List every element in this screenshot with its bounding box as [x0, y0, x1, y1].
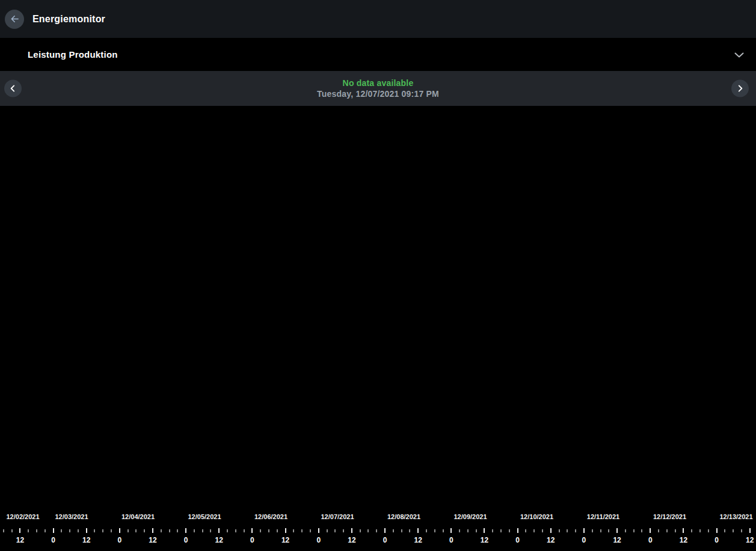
ruler-tick [426, 529, 427, 532]
ruler-tick [169, 529, 170, 532]
date-axis: 12/02/202112/03/202112/04/202112/05/2021… [0, 508, 756, 524]
ruler-tick [592, 529, 593, 532]
hour-label: 0 [648, 536, 653, 544]
ruler-tick [633, 529, 635, 532]
date-label: 12/12/2021 [653, 513, 686, 520]
ruler-tick [360, 529, 361, 532]
ruler-tick [135, 529, 137, 532]
ruler-tick [210, 529, 211, 532]
ruler-tick [484, 528, 485, 533]
ruler-tick [86, 528, 87, 533]
next-period-button[interactable] [731, 80, 749, 97]
ruler-tick [625, 529, 626, 532]
ruler-tick [641, 529, 642, 532]
date-label: 12/02/2021 [6, 513, 39, 520]
panel-title: Leistung Produktion [28, 49, 118, 60]
date-label: 12/10/2021 [520, 513, 553, 520]
hour-label: 12 [746, 536, 754, 544]
ruler-tick [351, 528, 352, 533]
ruler-tick [327, 529, 328, 532]
status-message: No data available [343, 78, 414, 88]
ruler-tick [559, 529, 560, 532]
ruler-tick [616, 528, 618, 533]
date-label: 12/05/2021 [188, 513, 221, 520]
date-label: 12/09/2021 [453, 513, 487, 520]
ruler-tick [509, 529, 510, 532]
ruler-tick [102, 529, 103, 532]
hour-label: 0 [715, 536, 719, 544]
ruler-tick [492, 529, 493, 532]
ruler-tick [658, 529, 659, 532]
ruler-tick [434, 529, 435, 532]
ruler-tick [251, 528, 253, 533]
hour-label: 0 [383, 536, 387, 544]
ruler-tick [45, 529, 46, 532]
ruler-tick [301, 529, 303, 532]
hour-label: 0 [250, 536, 254, 544]
period-navigation: No data available Tuesday, 12/07/2021 09… [0, 71, 756, 106]
ruler-tick [111, 529, 112, 532]
ruler-tick [666, 529, 668, 532]
hour-label: 0 [449, 536, 453, 544]
back-button[interactable] [5, 10, 24, 29]
hour-label: 12 [82, 536, 90, 544]
date-label: 12/13/2021 [719, 513, 752, 520]
ruler-tick [285, 528, 286, 533]
ruler-tick [367, 529, 369, 532]
ruler-tick [459, 529, 460, 532]
date-label: 12/07/2021 [321, 513, 354, 520]
date-label: 12/03/2021 [55, 513, 88, 520]
ruler-tick [542, 529, 543, 532]
ruler-tick [260, 529, 261, 532]
ruler-tick [600, 529, 601, 532]
chevron-down-icon[interactable] [732, 48, 746, 62]
ruler-tick [235, 529, 236, 532]
ruler-tick [699, 529, 701, 532]
time-axis: 12/02/202112/03/202112/04/202112/05/2021… [0, 508, 756, 551]
ruler-tick [194, 529, 195, 532]
status-stack: No data available Tuesday, 12/07/2021 09… [317, 78, 439, 99]
ruler-tick [36, 529, 37, 532]
hour-label: 0 [184, 536, 188, 544]
hour-label: 0 [316, 536, 321, 544]
ruler-tick [650, 528, 651, 533]
ruler-tick [550, 528, 552, 533]
previous-period-button[interactable] [4, 80, 22, 97]
ruler-tick [185, 528, 186, 533]
hour-label: 0 [51, 536, 55, 544]
ruler-tick [119, 528, 120, 533]
time-ruler: 12012012012012012012012012012012012 [0, 524, 756, 551]
ruler-tick [741, 529, 742, 532]
hour-label: 12 [348, 536, 355, 544]
ruler-tick [293, 529, 294, 532]
chart-canvas [0, 106, 756, 508]
ruler-tick [500, 529, 502, 532]
hour-label: 12 [149, 536, 156, 544]
ruler-tick [683, 528, 684, 533]
ruler-tick [409, 529, 410, 532]
ruler-tick [227, 529, 228, 532]
ruler-tick [310, 529, 311, 532]
hour-label: 0 [582, 536, 586, 544]
panel-header-leistung-produktion[interactable]: Leistung Produktion [0, 38, 756, 71]
ruler-tick [334, 529, 336, 532]
ruler-tick [450, 528, 452, 533]
ruler-tick [583, 528, 585, 533]
ruler-tick [343, 529, 344, 532]
hour-label: 0 [515, 536, 520, 544]
ruler-tick [533, 529, 535, 532]
ruler-tick [708, 529, 709, 532]
hour-label: 12 [215, 536, 223, 544]
ruler-tick [53, 528, 54, 533]
arrow-left-icon [9, 13, 20, 25]
ruler-tick [161, 529, 162, 532]
ruler-tick [567, 529, 568, 532]
ruler-tick [724, 529, 725, 532]
ruler-tick [691, 529, 692, 532]
ruler-tick [218, 528, 220, 533]
ruler-tick [401, 529, 402, 532]
ruler-tick [69, 529, 70, 532]
date-label: 12/08/2021 [387, 513, 420, 520]
page-title: Energiemonitor [32, 14, 105, 25]
hour-label: 0 [118, 536, 122, 544]
